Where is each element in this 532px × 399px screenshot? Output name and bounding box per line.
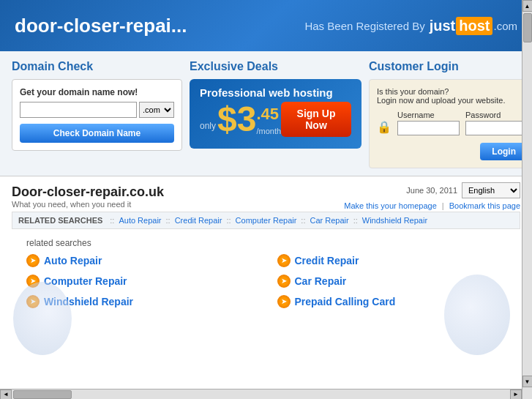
related-link-car-repair[interactable]: Car Repair xyxy=(295,275,347,287)
arrow-icon: ➤ xyxy=(277,295,291,308)
related-link-credit-repair[interactable]: Credit Repair xyxy=(295,255,359,266)
page-tagline: What you need, when you need it xyxy=(12,200,164,209)
scroll-left-arrow[interactable]: ◄ xyxy=(0,389,12,400)
com-text: .com xyxy=(493,20,517,32)
domain-name-input[interactable] xyxy=(20,102,137,118)
password-label: Password xyxy=(465,111,528,119)
login-fields: 🔒 Username Password xyxy=(377,111,528,135)
username-label: Username xyxy=(397,111,460,119)
arrow-icon: ➤ xyxy=(26,254,40,267)
page-info-left: Door-closer-repair.co.uk What you need, … xyxy=(12,184,164,209)
scroll-thumb-h[interactable] xyxy=(13,390,72,399)
exclusive-deals-section: Exclusive Deals Professional web hosting… xyxy=(190,60,361,149)
domain-check-title: Domain Check xyxy=(12,60,182,73)
related-header: related searches xyxy=(26,238,506,248)
related-section: related searches ➤ Auto Repair ➤ Credit … xyxy=(12,238,520,308)
related-link-computer-repair[interactable]: Computer Repair xyxy=(44,275,127,287)
date-lang-row: June 30, 2011 English French Spanish xyxy=(344,182,520,198)
price-period: /month xyxy=(256,127,281,135)
related-link-auto-repair[interactable]: Auto Repair xyxy=(44,255,102,266)
scroll-right-arrow[interactable]: ► xyxy=(510,389,522,400)
username-input[interactable] xyxy=(397,121,460,135)
related-link-prepaid-calling-card[interactable]: Prepaid Calling Card xyxy=(295,296,396,307)
related-grid: ➤ Auto Repair ➤ Credit Repair ➤ Computer… xyxy=(26,254,506,308)
price-only-label: only xyxy=(200,121,216,131)
scrollbar-bottom[interactable]: ◄ ► xyxy=(0,389,522,399)
customer-login-section: Customer Login Is this your domain?Login… xyxy=(369,60,532,168)
price-dollar-sign: $ xyxy=(217,102,237,137)
login-description: Is this your domain?Login now and upload… xyxy=(377,87,528,105)
header: door-closer-repai... Has Been Registered… xyxy=(0,0,532,51)
link-bar: Make this your homepage | Bookmark this … xyxy=(344,201,520,210)
domain-ext-select[interactable]: .com ▼ .net .org .co.uk xyxy=(139,102,174,118)
exclusive-deals-title: Exclusive Deals xyxy=(190,60,361,73)
scrollbar-right[interactable]: ▲ ▼ xyxy=(522,0,532,399)
arrow-icon: ➤ xyxy=(277,254,291,267)
homepage-link[interactable]: Make this your homepage xyxy=(344,201,437,210)
domain-check-label: Get your domain name now! xyxy=(20,87,174,97)
link-separator: | xyxy=(442,201,446,210)
username-group: Username xyxy=(397,111,460,135)
related-bar: RELATED SEARCHES :: Auto Repair :: Credi… xyxy=(12,212,520,229)
bookmark-link[interactable]: Bookmark this page xyxy=(449,201,520,210)
arrow-icon: ➤ xyxy=(277,275,291,288)
lock-icon: 🔒 xyxy=(377,120,391,134)
domain-check-box: Get your domain name now! .com ▼ .net .o… xyxy=(12,79,182,151)
list-item: ➤ Computer Repair xyxy=(26,275,255,288)
check-domain-button[interactable]: Check Domain Name xyxy=(20,124,174,143)
site-title: door-closer-repai... xyxy=(15,15,187,37)
login-box: Is this your domain?Login now and upload… xyxy=(369,79,532,168)
customer-login-title: Customer Login xyxy=(369,60,532,73)
decorative-circle-left xyxy=(13,282,72,355)
just-text: just xyxy=(430,18,456,34)
deals-box: Professional web hosting only $ 3 .45 /m… xyxy=(190,79,361,149)
related-bar-computer-repair[interactable]: Computer Repair xyxy=(236,216,297,225)
related-bar-label: RELATED SEARCHES xyxy=(18,216,102,225)
main-panels: Domain Check Get your domain name now! .… xyxy=(0,51,532,176)
scroll-thumb[interactable] xyxy=(523,13,532,42)
scroll-down-arrow[interactable]: ▼ xyxy=(522,376,533,387)
domain-check-section: Domain Check Get your domain name now! .… xyxy=(12,60,182,151)
domain-input-row: .com ▼ .net .org .co.uk xyxy=(20,102,174,118)
price-row: only $ 3 .45 /month Sign Up Now xyxy=(200,102,351,137)
page-info-right: June 30, 2011 English French Spanish Mak… xyxy=(344,182,520,210)
price-whole: 3 xyxy=(237,102,257,137)
host-badge: host xyxy=(456,17,492,35)
info-bar: Door-closer-repair.co.uk What you need, … xyxy=(12,182,520,210)
related-bar-auto-repair[interactable]: Auto Repair xyxy=(119,216,161,225)
password-group: Password xyxy=(465,111,528,135)
login-button[interactable]: Login xyxy=(480,143,528,160)
password-input[interactable] xyxy=(465,121,528,135)
language-select[interactable]: English French Spanish xyxy=(462,182,520,198)
related-bar-credit-repair[interactable]: Credit Repair xyxy=(175,216,222,225)
date-text: June 30, 2011 xyxy=(406,186,457,195)
price-decimal: .45 xyxy=(256,105,281,124)
signup-button[interactable]: Sign Up Now xyxy=(281,102,351,137)
decorative-circle-right xyxy=(444,275,510,355)
page-domain-title: Door-closer-repair.co.uk xyxy=(12,184,164,200)
related-bar-windshield-repair[interactable]: Windshield Repair xyxy=(362,216,427,225)
registered-by-text: Has Been Registered By xyxy=(304,20,424,32)
deals-title: Professional web hosting xyxy=(200,86,351,99)
list-item: ➤ Credit Repair xyxy=(277,254,506,267)
header-registered: Has Been Registered By justhost.com xyxy=(304,17,517,35)
list-item: ➤ Auto Repair xyxy=(26,254,255,267)
scroll-up-arrow[interactable]: ▲ xyxy=(522,0,533,12)
related-bar-car-repair[interactable]: Car Repair xyxy=(310,216,348,225)
